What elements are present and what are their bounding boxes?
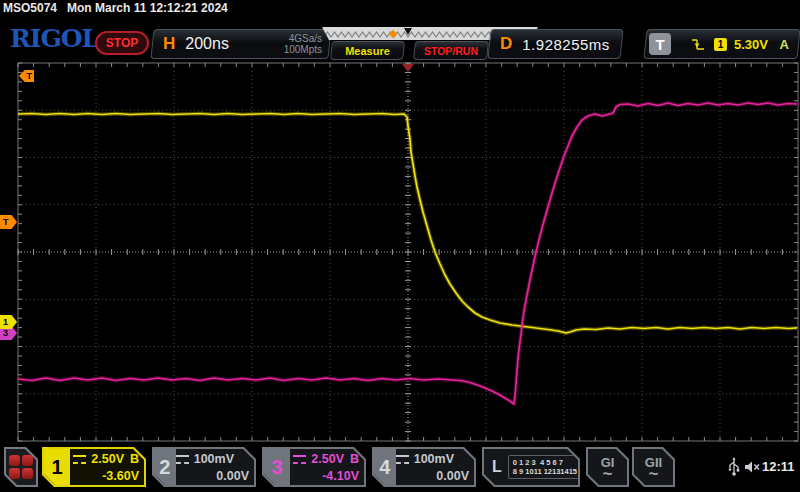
- sine-wave-icon: ~: [603, 469, 613, 479]
- dc-coupling-icon: [176, 455, 189, 465]
- channel-1-offset: -3.60V: [70, 468, 139, 485]
- channel-4-number: 4: [374, 449, 396, 485]
- channel-1-tab[interactable]: 1 2.50V B -3.60V: [42, 447, 146, 487]
- delay-position-marker: [402, 64, 414, 72]
- channel-2-tab[interactable]: 2 100mV 0.00V: [152, 447, 256, 487]
- channel-3-offset: -4.10V: [290, 468, 359, 485]
- channel-1-number: 1: [44, 449, 70, 485]
- dc-coupling-icon: [396, 455, 409, 465]
- usb-icon: [728, 457, 740, 477]
- oscilloscope-screen: { "header": { "model": "MSO5074", "datet…: [0, 0, 800, 492]
- channel-2-info: 100mV 0.00V: [176, 449, 254, 485]
- speaker-muted-icon: [744, 460, 761, 474]
- channel-2-number: 2: [154, 449, 176, 485]
- generator-2-button[interactable]: GII ~: [632, 447, 675, 487]
- clock: 12:11: [762, 459, 795, 474]
- dc-coupling-icon: [73, 455, 86, 465]
- channel-4-tab[interactable]: 4 100mV 0.00V: [372, 447, 476, 487]
- channel-4-scale: 100mV: [414, 451, 454, 468]
- channel-3-scale: 2.50V: [311, 451, 344, 468]
- apps-grid-icon: [9, 455, 33, 479]
- channel-3-bandwidth: B: [344, 451, 359, 468]
- channel-1-bandwidth: B: [124, 451, 139, 468]
- channel-4-offset: 0.00V: [396, 468, 469, 485]
- channel-2-scale: 100mV: [194, 451, 234, 468]
- channel-1-info: 2.50V B -3.60V: [70, 449, 144, 485]
- dc-coupling-icon: [293, 455, 306, 465]
- scope-display[interactable]: [0, 0, 800, 492]
- logic-channels-tab[interactable]: L 0 1 2 3 4 5 6 78 9 1011 12131415: [482, 447, 580, 487]
- channel-4-info: 100mV 0.00V: [396, 449, 474, 485]
- logic-channel-numbers: 0 1 2 3 4 5 6 78 9 1011 12131415: [508, 455, 582, 479]
- channel-3-tab[interactable]: 3 2.50V B -4.10V: [262, 447, 366, 487]
- channel-3-number: 3: [264, 449, 290, 485]
- channel-3-info: 2.50V B -4.10V: [290, 449, 364, 485]
- channel-2-offset: 0.00V: [176, 468, 249, 485]
- logic-label: L: [492, 458, 502, 476]
- channel-1-scale: 2.50V: [91, 451, 124, 468]
- generator-1-button[interactable]: GI ~: [586, 447, 629, 487]
- sine-wave-icon: ~: [649, 469, 659, 479]
